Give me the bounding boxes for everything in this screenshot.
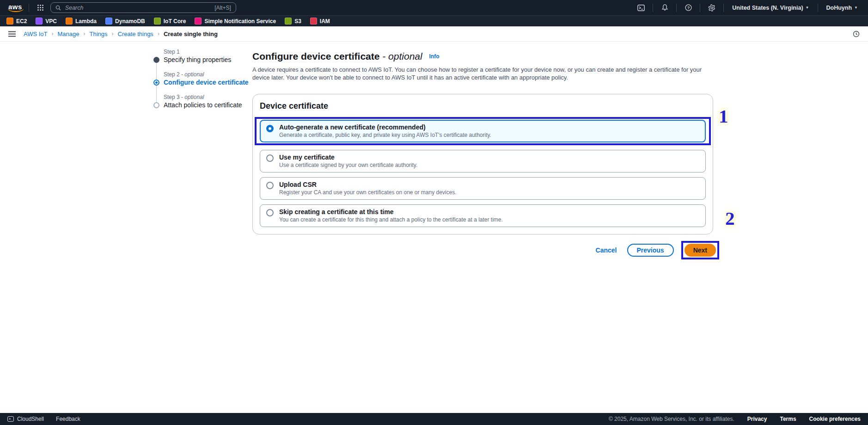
- option-title: Skip creating a certificate at this time: [279, 208, 699, 216]
- breadcrumb-current-page: Create single thing: [164, 31, 218, 37]
- favorite-ec2[interactable]: EC2: [6, 18, 27, 25]
- favorite-label: Lambda: [75, 18, 97, 25]
- copyright-text: © 2025, Amazon Web Services, Inc. or its…: [609, 416, 734, 422]
- favorite-lambda[interactable]: Lambda: [66, 18, 97, 25]
- privacy-link[interactable]: Privacy: [747, 416, 767, 422]
- cloudshell-footer-button[interactable]: >_ CloudShell: [7, 416, 44, 422]
- option-use-my-certificate[interactable]: Use my certificate Use a certificate sig…: [260, 150, 706, 172]
- grid-icon: [37, 4, 44, 11]
- favorite-label: IoT Core: [164, 18, 186, 25]
- breadcrumb-separator: ›: [158, 31, 159, 37]
- breadcrumb-separator: ›: [84, 31, 86, 37]
- account-menu[interactable]: DoHuynh ▼: [823, 5, 862, 11]
- favorite-vpc[interactable]: VPC: [36, 18, 57, 25]
- breadcrumb-things[interactable]: Things: [90, 31, 108, 37]
- feedback-label: Feedback: [56, 416, 80, 422]
- favorite-dynamodb[interactable]: DynamoDB: [105, 18, 145, 25]
- wizard-steps-nav: Step 1 Specify thing properties Step 2 -…: [153, 48, 251, 116]
- option-auto-generate-certificate[interactable]: Auto-generate a new certificate (recomme…: [260, 120, 706, 142]
- breadcrumb-aws-iot[interactable]: AWS IoT: [24, 31, 48, 37]
- card-title: Device certificate: [260, 101, 706, 111]
- breadcrumb-create-things[interactable]: Create things: [118, 31, 153, 37]
- option-skip-certificate[interactable]: Skip creating a certificate at this time…: [260, 204, 706, 227]
- step-number-label: Step 1: [164, 48, 251, 55]
- previous-button[interactable]: Previous: [627, 244, 674, 257]
- settings-gear-icon[interactable]: [705, 2, 719, 14]
- aws-logo[interactable]: aws: [6, 3, 24, 12]
- sidebar-toggle-hamburger-icon[interactable]: [8, 31, 16, 37]
- panel-history-icon[interactable]: [853, 31, 860, 37]
- step-specify-thing-properties[interactable]: Step 1 Specify thing properties: [153, 48, 251, 64]
- divider: [700, 4, 700, 12]
- step-pending-dot: [153, 102, 159, 108]
- topbar-right-controls: ? United States (N. Virginia) ▼ DoHuynh …: [634, 2, 862, 14]
- option-title: Auto-generate a new certificate (recomme…: [279, 123, 699, 131]
- divider: [676, 4, 677, 12]
- radio-unselected[interactable]: [266, 209, 274, 216]
- option-description: Generate a certificate, public key, and …: [279, 132, 699, 138]
- svg-text:?: ?: [687, 6, 690, 10]
- favorite-label: VPC: [45, 18, 57, 25]
- step-active-dot: [153, 80, 159, 86]
- cloudshell-icon[interactable]: [634, 2, 648, 14]
- step-title: Specify thing properties: [164, 55, 251, 64]
- console-footer: >_ CloudShell Feedback © 2025, Amazon We…: [0, 413, 868, 425]
- search-input[interactable]: [64, 4, 211, 12]
- page-title: Configure device certificate - optional …: [252, 51, 713, 62]
- favorite-s3[interactable]: S3: [285, 18, 301, 25]
- s3-service-icon: [285, 18, 292, 25]
- breadcrumb-manage[interactable]: Manage: [58, 31, 79, 37]
- dynamodb-service-icon: [105, 18, 112, 25]
- terms-link[interactable]: Terms: [780, 416, 796, 422]
- annotation-highlight-box-2: Next: [681, 241, 719, 259]
- main-content: Configure device certificate - optional …: [252, 51, 713, 259]
- annotation-number-1: 1: [719, 107, 728, 126]
- divider: [29, 4, 29, 12]
- radio-unselected[interactable]: [266, 182, 274, 189]
- cancel-button[interactable]: Cancel: [593, 246, 620, 254]
- favorite-iot-core[interactable]: IoT Core: [154, 18, 186, 25]
- divider: [723, 4, 724, 12]
- wizard-actions: Cancel Previous Next: [252, 241, 713, 259]
- iot-core-service-icon: [154, 18, 161, 25]
- region-selector[interactable]: United States (N. Virginia) ▼: [728, 5, 813, 11]
- radio-selected[interactable]: [266, 125, 274, 132]
- ec2-service-icon: [6, 18, 13, 25]
- help-icon[interactable]: ?: [681, 2, 695, 14]
- cloudshell-label: CloudShell: [17, 416, 44, 422]
- info-link[interactable]: Info: [429, 53, 440, 60]
- search-shortcut-hint: [Alt+S]: [214, 5, 231, 11]
- cloudshell-terminal-icon: >_: [7, 416, 14, 422]
- device-certificate-card: Device certificate Auto-generate a new c…: [252, 94, 713, 234]
- favorite-sns[interactable]: Simple Notification Service: [195, 18, 276, 25]
- next-button[interactable]: Next: [685, 244, 716, 257]
- optional-suffix: - optional: [382, 51, 422, 62]
- breadcrumb: AWS IoT › Manage › Things › Create thing…: [24, 31, 218, 37]
- step-title: Attach policies to certificate: [164, 101, 251, 110]
- option-title: Upload CSR: [279, 181, 699, 188]
- breadcrumb-separator: ›: [52, 31, 54, 37]
- step-number-label: Step 3 - optional: [164, 93, 251, 101]
- favorite-label: IAM: [320, 18, 330, 25]
- cookie-preferences-link[interactable]: Cookie preferences: [809, 416, 861, 422]
- step-attach-policies-to-certificate[interactable]: Step 3 - optional Attach policies to cer…: [153, 93, 251, 110]
- step-configure-device-certificate[interactable]: Step 2 - optional Configure device certi…: [153, 71, 251, 87]
- option-upload-csr[interactable]: Upload CSR Register your CA and use your…: [260, 177, 706, 200]
- iam-service-icon: [310, 18, 317, 25]
- option-title: Use my certificate: [279, 154, 699, 161]
- footer-right: © 2025, Amazon Web Services, Inc. or its…: [609, 416, 861, 422]
- favorite-iam[interactable]: IAM: [310, 18, 330, 25]
- username-label: DoHuynh: [826, 5, 852, 11]
- step-title: Configure device certificate: [164, 78, 251, 87]
- vpc-service-icon: [36, 18, 43, 25]
- top-navigation-bar: aws [Alt+S] ? United: [0, 0, 868, 15]
- feedback-button[interactable]: Feedback: [56, 416, 80, 422]
- favorite-label: EC2: [16, 18, 27, 25]
- favorite-label: DynamoDB: [115, 18, 145, 25]
- option-description: Register your CA and use your own certif…: [279, 189, 699, 196]
- radio-unselected[interactable]: [266, 154, 274, 162]
- notifications-bell-icon[interactable]: [658, 2, 672, 14]
- services-menu-icon[interactable]: [34, 2, 48, 14]
- breadcrumb-separator: ›: [112, 31, 114, 37]
- search-bar[interactable]: [Alt+S]: [50, 2, 236, 13]
